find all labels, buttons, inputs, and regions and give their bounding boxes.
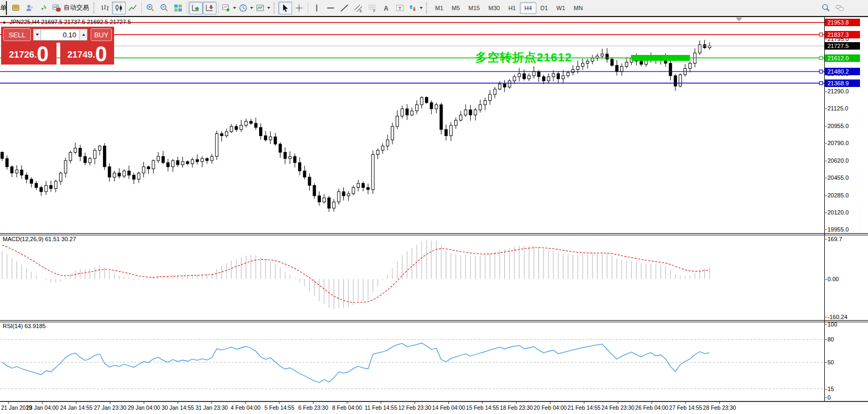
text-label-icon: T [395,3,405,13]
rsi-tick-label: 15 [827,386,834,392]
horizontal-line-button[interactable] [324,2,337,14]
trendline-button[interactable] [337,2,351,14]
clipped-toolbar-button[interactable]: 单 [0,3,6,13]
date-axis-label: 26 Feb 04:00 [636,404,669,411]
chart-shift-button[interactable] [203,2,216,14]
templates-button[interactable] [254,2,271,14]
date-axis-label: 6 Feb 23:30 [298,404,328,411]
line-endpoint-handle[interactable] [819,33,823,36]
sell-price-display[interactable]: 21726.0 [1,43,57,65]
toolbar-separator [141,2,142,14]
timeframe-m1-button[interactable]: M1 [431,2,447,14]
indicators-icon [221,3,231,13]
search-button[interactable] [819,2,833,14]
text-button[interactable]: A [379,2,393,14]
date-axis-label: 24 Jan 14:55 [60,404,93,411]
toolbar-edge [6,1,7,15]
arrow-up-icon [82,34,85,36]
chevron-down-icon [267,7,270,9]
price-tick-label: 20285.0 [827,192,849,198]
line-endpoint-handle[interactable] [819,82,823,85]
timeframe-mn-button[interactable]: MN [569,2,587,14]
price-tick-label: 20120.0 [827,209,849,216]
text-label-button[interactable]: T [393,2,407,14]
line-endpoint-handle[interactable] [819,57,823,60]
volume-decrease-button[interactable] [33,29,41,41]
chat-button[interactable] [833,2,847,14]
date-axis-label: 20 Feb 04:00 [534,404,567,411]
toolbar: 单自动交易EFATM1M5M15M30H1H4D1W1MN [0,0,868,16]
chevron-down-icon [233,7,236,9]
price-level-badge: 21953.8 [825,19,860,26]
timeframe-m30-button[interactable]: M30 [484,2,504,14]
rsi-tick-label: 0 [827,394,831,401]
tile-windows-button[interactable] [171,2,185,14]
candlestick-chart-button[interactable] [112,2,126,14]
periods-button[interactable] [237,2,254,14]
rsi-tick-label: 100 [827,321,837,328]
buy-button[interactable]: BUY [91,28,112,41]
toolbar-grip [93,3,96,13]
pivot-zone-rectangle[interactable] [631,55,690,61]
buy-price-display[interactable]: 21749.0 [60,43,114,65]
zoom-in-icon [146,3,155,13]
macd-tick-label: 169.7 [827,236,842,242]
candlestick-chart-icon [114,3,124,13]
horizontal-level-lines[interactable] [0,22,824,85]
rsi-tick-label: 50 [827,359,834,365]
auto-scroll-button[interactable] [189,2,203,14]
indicators-button[interactable] [220,2,237,14]
svg-text:F: F [373,9,375,12]
line-chart-icon [128,3,138,13]
timeframe-d1-button[interactable]: D1 [536,2,552,14]
timeframe-m5-button[interactable]: M5 [447,2,464,14]
bar-chart-button[interactable] [98,2,112,14]
signals-button[interactable] [37,2,51,14]
equidistant-channel-button[interactable]: E [351,2,365,14]
line-chart-button[interactable] [126,2,140,14]
price-chart[interactable] [0,0,868,414]
cursor-button[interactable] [278,2,292,14]
price-tick-label: 19955.0 [827,226,849,233]
crosshair-icon [294,3,304,13]
auto-trading-button[interactable]: 自动交易 [51,2,91,14]
volume-input[interactable] [41,29,79,41]
sell-button[interactable]: SELL [3,28,31,41]
signals-icon [39,3,49,13]
crosshair-button[interactable] [292,2,306,14]
fibonacci-button[interactable]: F [365,2,379,14]
toolbar-separator [218,2,219,14]
macd-tick-label: -160.24 [827,314,847,320]
timeframe-m15-button[interactable]: M15 [464,2,484,14]
mql5-community-button[interactable] [23,2,37,14]
collapse-marker-icon[interactable]: ▲ [2,20,6,25]
date-axis-label: 18 Feb 23:30 [500,404,533,411]
toolbar-right-group [819,2,868,14]
timeframe-h1-button[interactable]: H1 [504,2,520,14]
price-level-badge: 21480.2 [825,68,860,75]
arrows-button[interactable] [407,2,424,14]
templates-icon [255,3,265,13]
pivot-annotation-text[interactable]: 多空转折点21612 [476,50,572,66]
zoom-in-button[interactable] [143,2,157,14]
window-border [0,16,868,17]
text-icon: A [381,3,391,13]
volume-increase-button[interactable] [79,29,87,41]
date-axis-label: 24 Feb 23:30 [601,404,634,411]
macd-signal-line [2,245,710,303]
new-order-button[interactable] [9,2,23,14]
zoom-out-button[interactable] [157,2,171,14]
chart-shift-marker-icon[interactable] [736,18,742,21]
rsi-line [2,343,710,383]
line-endpoint-handle[interactable] [819,70,823,73]
price-level-badge: 21612.0 [825,54,860,62]
bar-chart-icon [100,3,110,13]
vertical-line-button[interactable] [310,2,324,14]
date-axis-label: 8 Feb 04:00 [332,404,362,411]
timeframe-w1-button[interactable]: W1 [552,2,570,14]
candlesticks [1,40,711,212]
date-axis-label: 31 Jan 23:30 [196,404,228,411]
timeframe-h4-button[interactable]: H4 [520,2,536,14]
price-level-badge: 21368.9 [825,79,860,87]
cursor-icon [280,3,290,13]
